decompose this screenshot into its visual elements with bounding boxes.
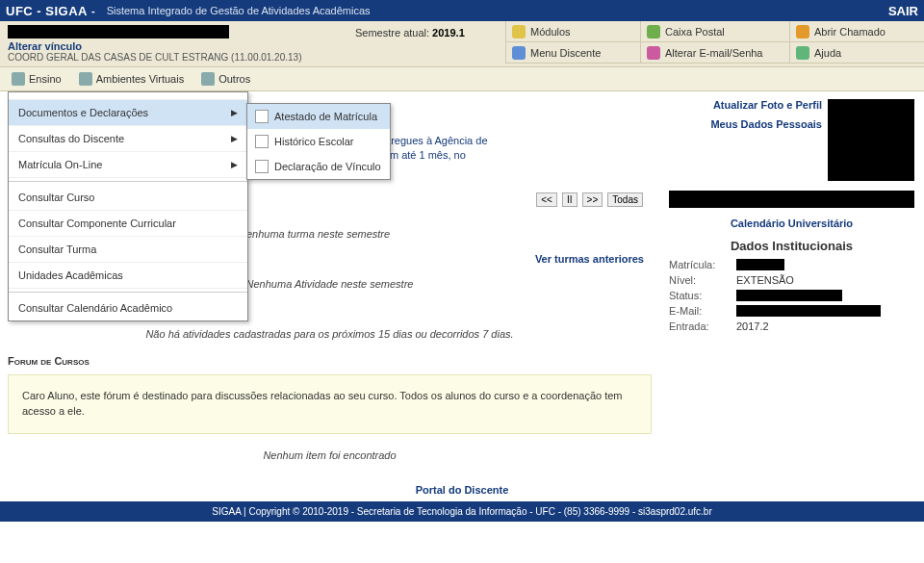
logout-link[interactable]: SAIR — [888, 4, 918, 18]
tool-label: Abrir Chamado — [814, 26, 886, 38]
topbar: UFC - SIGAA - Sistema Integrado de Gestã… — [0, 0, 924, 21]
menubar: EnsinoAmbientes VirtuaisOutros — [0, 67, 924, 91]
document-icon — [255, 135, 269, 148]
document-icon — [255, 160, 269, 173]
dropdown-label: Consultar Calendário Acadêmico — [18, 302, 172, 314]
pager-first[interactable]: << — [536, 192, 557, 207]
tool-icon — [512, 46, 526, 60]
menu-outros[interactable]: Outros — [197, 70, 254, 88]
user-photo — [828, 99, 914, 181]
menu-icon — [12, 72, 25, 86]
tool-icon — [512, 25, 526, 38]
separator: - — [91, 5, 95, 16]
pager-next[interactable]: >> — [582, 192, 603, 207]
pager-pause[interactable]: II — [562, 192, 578, 207]
system-name: UFC - SIGAA — [6, 4, 88, 18]
meus-dados-link[interactable]: Meus Dados Pessoais — [669, 118, 822, 130]
menu-icon — [201, 72, 215, 86]
tool-icon — [647, 25, 660, 38]
redacted-bar — [669, 191, 914, 208]
tool-m-dulos[interactable]: Módulos — [505, 21, 640, 42]
kv-key: Matrícula: — [669, 259, 736, 270]
tool-alterar-e-mail-senha[interactable]: Alterar E-mail/Senha — [640, 42, 789, 64]
main-content: Documentos e Declarações▶Consultas do Di… — [0, 91, 659, 478]
tool-icon — [796, 25, 809, 38]
alterar-vinculo-link[interactable]: Alterar vínculo — [8, 40, 82, 52]
footer: SIGAA | Copyright © 2010-2019 - Secretar… — [0, 501, 924, 522]
submenu-label: Atestado de Matrícula — [274, 111, 377, 122]
coord-label: COORD GERAL DAS CASAS DE CULT ESTRANG (1… — [8, 52, 344, 63]
tool-icon — [647, 46, 660, 60]
tool-label: Alterar E-mail/Senha — [665, 47, 763, 59]
dropdown-label: Consultar Componente Curricular — [18, 218, 176, 229]
dados-grid: Matrícula:Nível:EXTENSÃOStatus:E-Mail:En… — [669, 259, 914, 332]
tool-label: Módulos — [530, 26, 571, 38]
dropdown-item[interactable]: Consultar Componente Curricular — [9, 211, 247, 237]
pager: << II >> Todas — [258, 192, 652, 207]
menu-label: Ambientes Virtuais — [96, 73, 185, 85]
kv-key: E-Mail: — [669, 305, 736, 317]
submenu-item[interactable]: Histórico Escolar — [247, 129, 390, 154]
kv-key: Status: — [669, 290, 736, 301]
kv-value: 2017.2 — [736, 320, 914, 332]
tool-ajuda[interactable]: Ajuda — [789, 42, 924, 64]
dropdown-item[interactable]: Consultar Turma — [9, 237, 247, 263]
submenu-label: Histórico Escolar — [274, 136, 354, 147]
ensino-dropdown[interactable]: Documentos e Declarações▶Consultas do Di… — [8, 91, 248, 321]
submenu-item[interactable]: Atestado de Matrícula — [247, 104, 390, 129]
kv-value — [736, 290, 842, 301]
system-desc: Sistema Integrado de Gestão de Atividade… — [107, 5, 371, 16]
dropdown-label: Unidades Acadêmicas — [18, 269, 123, 281]
portal-link[interactable]: Portal do Discente — [0, 478, 924, 501]
dropdown-label: Matrícula On-Line — [18, 159, 102, 170]
info-row: Alterar vínculo COORD GERAL DAS CASAS DE… — [0, 21, 924, 67]
documentos-submenu[interactable]: Atestado de MatrículaHistórico EscolarDe… — [246, 103, 391, 180]
semestre-label: Semestre atual: — [355, 27, 429, 38]
tool-label: Caixa Postal — [665, 26, 725, 38]
submenu-item[interactable]: Declaração de Vínculo — [247, 154, 390, 179]
forum-box: Caro Aluno, este fórum é destinado para … — [8, 374, 652, 434]
kv-value — [736, 259, 784, 270]
kv-key: Entrada: — [669, 320, 736, 332]
tool-label: Menu Discente — [530, 47, 601, 59]
tools-grid: MódulosCaixa PostalAbrir ChamadoMenu Dis… — [505, 21, 924, 66]
ver-turmas-link[interactable]: Ver turmas anteriores — [535, 253, 644, 265]
chevron-right-icon: ▶ — [231, 134, 238, 143]
dropdown-item[interactable]: Consultas do Discente▶ — [9, 126, 247, 152]
forum-empty: Nenhum item foi encontrado — [8, 440, 652, 471]
menu-icon — [79, 72, 92, 86]
dropdown-label: Consultar Turma — [18, 243, 96, 255]
tool-abrir-chamado[interactable]: Abrir Chamado — [789, 21, 924, 42]
pager-all[interactable]: Todas — [607, 192, 643, 207]
dados-title: Dados Institucionais — [669, 239, 914, 253]
tool-icon — [796, 46, 809, 60]
tool-menu-discente[interactable]: Menu Discente — [505, 42, 640, 64]
menu-ambientes-virtuais[interactable]: Ambientes Virtuais — [75, 70, 189, 88]
semestre-box: Semestre atual: 2019.1 — [351, 21, 505, 66]
chevron-right-icon: ▶ — [231, 160, 238, 169]
dropdown-item[interactable]: Consultar Curso — [9, 185, 247, 211]
atualizar-foto-link[interactable]: Atualizar Foto e Perfil — [669, 99, 822, 111]
menu-label: Outros — [218, 73, 250, 85]
dropdown-label: Consultar Curso — [18, 192, 94, 203]
dropdown-label: Documentos e Declarações — [18, 107, 148, 118]
dropdown-item[interactable]: Documentos e Declarações▶ — [9, 100, 247, 126]
kv-value — [736, 305, 881, 317]
sidebar: Atualizar Foto e Perfil Meus Dados Pesso… — [659, 91, 924, 478]
menu-label: Ensino — [29, 73, 62, 85]
tool-caixa-postal[interactable]: Caixa Postal — [640, 21, 789, 42]
document-icon — [255, 110, 269, 123]
dropdown-item[interactable]: Unidades Acadêmicas — [9, 263, 247, 289]
tool-label: Ajuda — [814, 47, 841, 59]
calendario-link[interactable]: Calendário Universitário — [731, 218, 853, 229]
dropdown-item[interactable]: Consultar Calendário Acadêmico — [9, 295, 247, 320]
dropdown-label: Consultas do Discente — [18, 133, 124, 144]
user-name-redacted — [8, 25, 229, 38]
submenu-label: Declaração de Vínculo — [274, 161, 381, 172]
semestre-value: 2019.1 — [432, 27, 465, 38]
dropdown-item[interactable]: Matrícula On-Line▶ — [9, 152, 247, 178]
kv-key: Nível: — [669, 274, 736, 286]
kv-value: EXTENSÃO — [736, 274, 914, 286]
menu-ensino[interactable]: Ensino — [8, 70, 65, 88]
forum-title: Forum de Cursos — [8, 349, 652, 369]
